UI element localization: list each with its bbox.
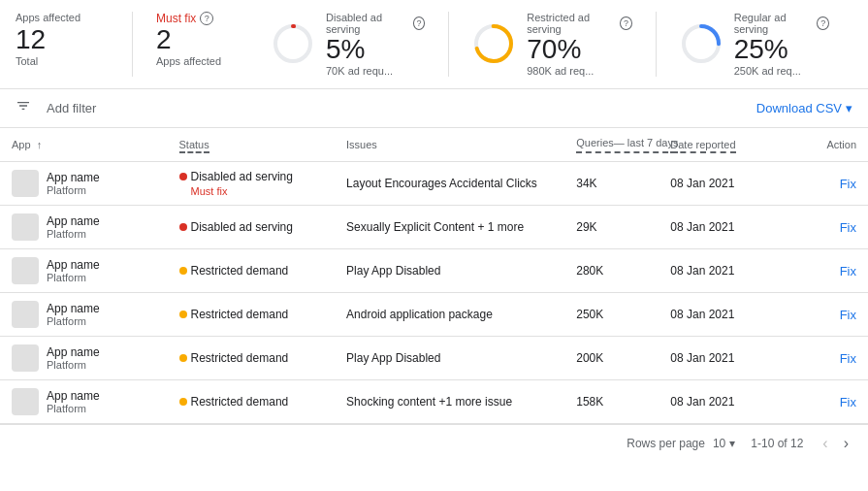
rows-per-page-select[interactable]: 10 ▾	[713, 437, 735, 450]
date-cell-5: 08 Jan 2021	[659, 380, 784, 424]
app-icon-4	[12, 344, 39, 372]
col-issues-label: Issues	[346, 139, 377, 150]
disabled-ad-text: Disabled ad serving ? 5% 70K ad requ...	[326, 12, 425, 77]
download-csv-button[interactable]: Download CSV ▾	[756, 101, 852, 115]
date-cell-1: 08 Jan 2021	[659, 206, 784, 249]
must-fix-card: Must fix ? 2 Apps affected	[132, 12, 248, 77]
app-name-5: App name	[47, 389, 100, 403]
app-cell-2: App name Platform	[0, 249, 168, 293]
restricted-ad-info-icon[interactable]: ?	[620, 16, 632, 30]
table-row: App name Platform Restricted demand Andr…	[0, 293, 868, 337]
rows-per-page-label: Rows per page	[627, 437, 705, 450]
next-page-button[interactable]: ›	[840, 433, 852, 454]
fix-button-2[interactable]: Fix	[840, 264, 856, 278]
status-text-3: Restricted demand	[191, 308, 289, 321]
col-header-date: Date reported	[659, 128, 784, 162]
sort-up-icon: ↑	[37, 139, 43, 150]
stats-bar: Apps affected 12 Total Must fix ? 2 Apps…	[0, 0, 868, 89]
table-header-row: App ↑ Status Issues Queries— last 7 days…	[0, 128, 868, 162]
add-filter-button[interactable]: Add filter	[39, 97, 104, 119]
fix-button-0[interactable]: Fix	[840, 177, 856, 191]
must-fix-info-icon[interactable]: ?	[200, 12, 213, 25]
fix-button-1[interactable]: Fix	[840, 220, 856, 235]
app-platform-3: Platform	[47, 315, 100, 327]
restricted-ad-text: Restricted ad serving ? 70% 980K ad req.…	[527, 12, 631, 77]
app-name-4: App name	[47, 345, 100, 359]
app-platform-1: Platform	[47, 228, 100, 240]
queries-cell-2: 280K	[564, 249, 659, 293]
action-cell-1: Fix	[785, 206, 868, 249]
filter-section: Add filter	[16, 97, 104, 119]
rows-per-page-section: Rows per page 10 ▾	[627, 437, 735, 450]
fix-button-5[interactable]: Fix	[840, 395, 856, 409]
queries-cell-1: 29K	[564, 206, 659, 249]
pagination-range: 1-10 of 12	[751, 437, 803, 450]
app-cell-1: App name Platform	[0, 206, 168, 249]
main-table: App ↑ Status Issues Queries— last 7 days…	[0, 128, 868, 424]
apps-affected-value: 12	[16, 25, 109, 55]
app-icon-2	[12, 257, 39, 284]
table-row: App name Platform Disabled ad serving Mu…	[0, 162, 868, 206]
status-dot-1	[179, 223, 187, 231]
status-cell-5: Restricted demand	[168, 380, 336, 424]
regular-ad-info-icon[interactable]: ?	[817, 16, 829, 30]
rows-per-page-chevron-icon: ▾	[729, 437, 735, 450]
table-row: App name Platform Restricted demand Play…	[0, 337, 868, 380]
col-queries-label: Queries— last 7 days	[576, 136, 678, 153]
app-platform-0: Platform	[47, 184, 100, 196]
app-cell-3: App name Platform	[0, 293, 168, 337]
status-dot-5	[179, 398, 187, 406]
must-fix-value: 2	[156, 25, 225, 55]
col-status-label: Status	[179, 139, 209, 153]
col-header-issues: Issues	[335, 128, 564, 162]
prev-page-button[interactable]: ‹	[819, 433, 831, 454]
must-fix-header: Must fix ?	[156, 12, 225, 25]
status-cell-0: Disabled ad serving Must fix	[168, 162, 336, 206]
app-icon-0	[12, 170, 39, 197]
must-fix-badge-0: Must fix	[191, 185, 324, 197]
restricted-ad-pct: 70%	[527, 35, 631, 65]
svg-point-0	[275, 26, 310, 61]
must-fix-sub: Apps affected	[156, 55, 225, 67]
table-row: App name Platform Disabled ad serving Se…	[0, 206, 868, 249]
action-cell-2: Fix	[785, 249, 868, 293]
regular-ad-sub: 250K ad req...	[734, 65, 829, 77]
app-name-1: App name	[47, 214, 100, 228]
date-cell-3: 08 Jan 2021	[659, 293, 784, 337]
issue-cell-4: Play App Disabled	[335, 337, 564, 380]
rows-per-page-value: 10	[713, 437, 725, 450]
queries-cell-3: 250K	[564, 293, 659, 337]
fix-button-3[interactable]: Fix	[840, 308, 856, 322]
disabled-ad-pct: 5%	[326, 35, 425, 65]
apps-affected-card: Apps affected 12 Total	[16, 12, 132, 77]
table-container: App ↑ Status Issues Queries— last 7 days…	[0, 128, 868, 424]
apps-affected-label: Apps affected	[16, 12, 109, 23]
download-csv-chevron-icon: ▾	[846, 101, 852, 115]
status-text-1: Disabled ad serving	[191, 220, 293, 234]
col-header-status: Status	[168, 128, 336, 162]
status-dot-0	[179, 173, 187, 180]
status-dot-3	[179, 311, 187, 318]
fix-button-4[interactable]: Fix	[840, 351, 856, 366]
status-cell-4: Restricted demand	[168, 337, 336, 380]
disabled-ad-serving-card: Disabled ad serving ? 5% 70K ad requ...	[248, 12, 448, 77]
action-cell-3: Fix	[785, 293, 868, 337]
col-header-app[interactable]: App ↑	[0, 128, 168, 162]
app-cell-4: App name Platform	[0, 337, 168, 380]
app-name-2: App name	[47, 258, 100, 272]
table-row: App name Platform Restricted demand Shoc…	[0, 380, 868, 424]
restricted-ad-label: Restricted ad serving	[527, 12, 616, 35]
restricted-ad-serving-card: Restricted ad serving ? 70% 980K ad req.…	[448, 12, 655, 77]
disabled-ad-info-icon[interactable]: ?	[413, 16, 426, 30]
disabled-ad-sub: 70K ad requ...	[326, 65, 425, 77]
date-cell-0: 08 Jan 2021	[659, 162, 784, 206]
table-body: App name Platform Disabled ad serving Mu…	[0, 162, 868, 424]
action-cell-5: Fix	[785, 380, 868, 424]
status-text-5: Restricted demand	[191, 395, 289, 409]
queries-cell-5: 158K	[564, 380, 659, 424]
issue-cell-3: Android application package	[335, 293, 564, 337]
pagination: Rows per page 10 ▾ 1-10 of 12 ‹ ›	[0, 424, 868, 462]
action-cell-0: Fix	[785, 162, 868, 206]
status-text-0: Disabled ad serving	[191, 170, 293, 183]
app-icon-5	[12, 388, 39, 415]
